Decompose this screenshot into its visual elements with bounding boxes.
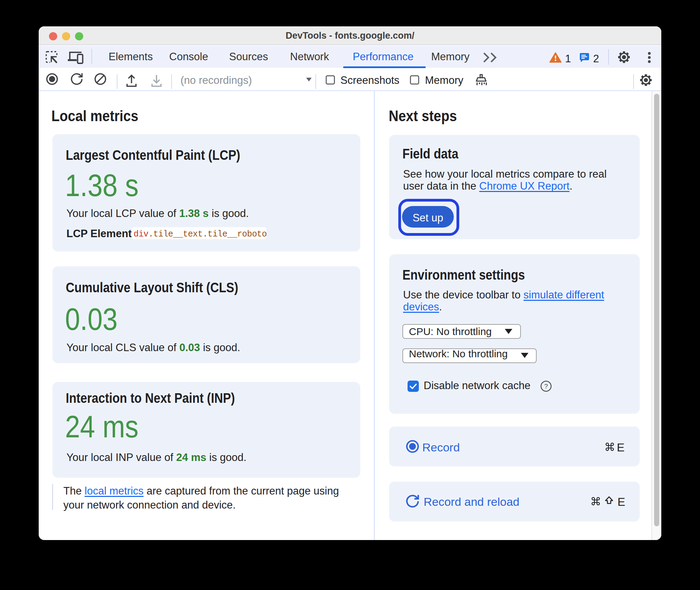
- svg-text:?: ?: [544, 383, 548, 390]
